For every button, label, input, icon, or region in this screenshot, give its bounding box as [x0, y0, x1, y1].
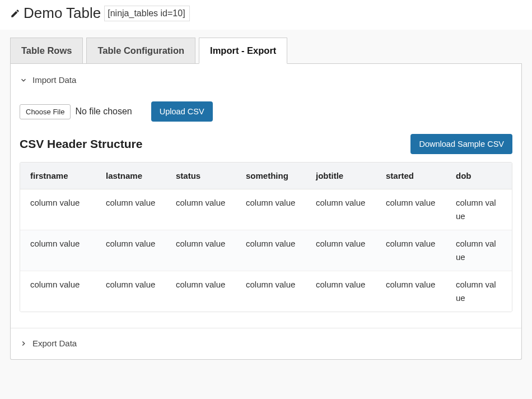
td: column value [166, 230, 236, 271]
th-started: started [376, 163, 446, 189]
th-status: status [166, 163, 236, 189]
tab-bar: Table Rows Table Configuration Import - … [10, 38, 522, 64]
import-export-panel: Import Data Choose File No file chosen U… [10, 64, 522, 360]
chevron-down-icon [20, 76, 27, 84]
download-sample-csv-button[interactable]: Download Sample CSV [410, 134, 512, 154]
export-accordion-toggle[interactable]: Export Data [11, 328, 521, 359]
td: column value [236, 271, 306, 312]
td: column value [446, 230, 510, 271]
td: column value [20, 189, 96, 230]
td: column value [376, 271, 446, 312]
export-accordion-label: Export Data [32, 338, 77, 348]
page-title: Demo Table [24, 4, 101, 22]
tab-rows[interactable]: Table Rows [10, 38, 83, 63]
table-row: column value column value column value c… [20, 271, 512, 312]
td: column value [376, 189, 446, 230]
import-accordion-toggle[interactable]: Import Data [11, 67, 521, 92]
td: column value [96, 230, 166, 271]
table-header-row: firstname lastname status something jobt… [20, 163, 512, 189]
tab-config[interactable]: Table Configuration [86, 38, 195, 63]
td: column value [446, 271, 510, 312]
td: column value [236, 189, 306, 230]
choose-file-button[interactable]: Choose File [20, 104, 71, 119]
table-row: column value column value column value c… [20, 189, 512, 230]
csv-structure-table: firstname lastname status something jobt… [20, 162, 512, 312]
td: column value [376, 230, 446, 271]
th-firstname: firstname [20, 163, 96, 189]
td: column value [96, 271, 166, 312]
th-jobtitle: jobtitle [306, 163, 376, 189]
upload-csv-button[interactable]: Upload CSV [151, 101, 213, 122]
table-body: column value column value column value c… [20, 189, 512, 312]
td: column value [20, 271, 96, 312]
csv-structure-title: CSV Header Structure [20, 137, 142, 151]
tab-import-export[interactable]: Import - Export [199, 38, 287, 64]
edit-icon [10, 8, 20, 18]
import-accordion-label: Import Data [32, 75, 76, 85]
td: column value [96, 189, 166, 230]
th-dob: dob [446, 163, 510, 189]
shortcode-display[interactable]: [ninja_tables id=10] [104, 6, 189, 21]
td: column value [20, 230, 96, 271]
chevron-right-icon [20, 340, 27, 347]
td: column value [306, 271, 376, 312]
td: column value [306, 230, 376, 271]
file-status-text: No file chosen [75, 106, 132, 117]
td: column value [166, 189, 236, 230]
td: column value [166, 271, 236, 312]
th-lastname: lastname [96, 163, 166, 189]
td: column value [236, 230, 306, 271]
td: column value [446, 189, 510, 230]
th-something: something [236, 163, 306, 189]
td: column value [306, 189, 376, 230]
table-row: column value column value column value c… [20, 230, 512, 271]
